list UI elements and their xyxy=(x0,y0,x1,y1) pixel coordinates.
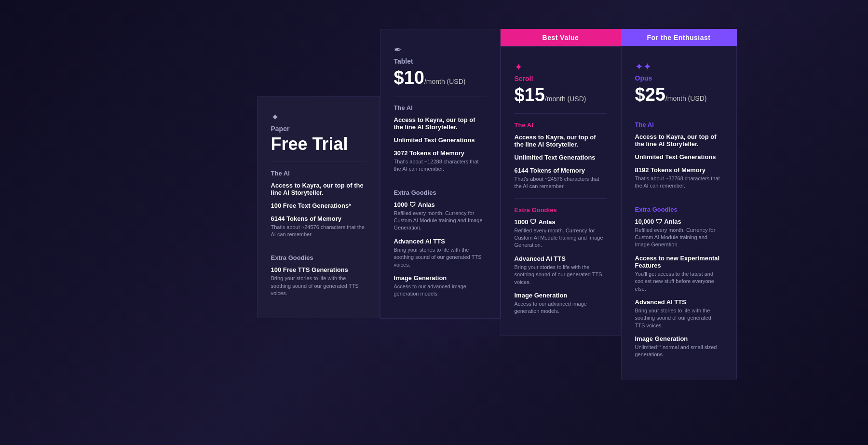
plan-scroll: ✦ Scroll $15/month (USD) The AI Access t… xyxy=(501,46,621,336)
scroll-feature-generations-title: Unlimited Text Generations xyxy=(515,154,607,161)
tablet-feature-tts-title: Advanced AI TTS xyxy=(394,238,487,245)
scroll-icon: ✦ xyxy=(515,61,607,73)
paper-plan-title: Free Trial xyxy=(271,135,366,154)
opus-feature-tts-desc: Bring your stories to life with the soot… xyxy=(635,307,723,329)
paper-icon: ✦ xyxy=(271,111,366,123)
scroll-feature-tts-desc: Bring your stories to life with the soot… xyxy=(515,264,607,286)
scroll-feature-anlas: 1000 🛡 Anlas Refilled every month. Curre… xyxy=(515,218,607,249)
tablet-feature-kayra: Access to Kayra, our top of the line AI … xyxy=(394,116,487,131)
best-value-banner: Best Value xyxy=(501,29,621,46)
scroll-feature-image-title: Image Generation xyxy=(515,292,607,299)
paper-feature-memory-title: 6144 Tokens of Memory xyxy=(271,215,366,222)
plan-opus: ✦✦ Opus $25/month (USD) The AI Access to… xyxy=(621,46,737,379)
paper-feature-kayra: Access to Kayra, our top of the line AI … xyxy=(271,182,366,196)
scroll-feature-kayra-title: Access to Kayra, our top of the line AI … xyxy=(515,134,607,148)
tablet-anlas-label: Anlas xyxy=(418,201,434,208)
paper-feature-tts-desc: Bring your stories to life with the soot… xyxy=(271,275,366,297)
scroll-per-month: /month (USD) xyxy=(545,95,586,103)
scroll-feature-generations: Unlimited Text Generations xyxy=(515,154,607,161)
opus-feature-image-title: Image Generation xyxy=(635,335,723,342)
opus-feature-kayra: Access to Kayra, our top of the line AI … xyxy=(635,133,723,148)
paper-goodies-label: Extra Goodies xyxy=(271,254,366,261)
tablet-feature-memory-desc: That's about ~12288 characters that the … xyxy=(394,158,487,173)
opus-per-month: /month (USD) xyxy=(665,94,707,102)
paper-feature-tts: 100 Free TTS Generations Bring your stor… xyxy=(271,266,366,297)
tablet-feature-memory: 3072 Tokens of Memory That's about ~1228… xyxy=(394,149,487,173)
opus-feature-memory: 8192 Tokens of Memory That's about ~3276… xyxy=(635,166,723,190)
opus-plan-name: Opus xyxy=(635,74,723,82)
paper-feature-generations: 100 Free Text Generations* xyxy=(271,202,366,209)
scroll-feature-tts-title: Advanced AI TTS xyxy=(515,255,607,262)
paper-ai-label: The AI xyxy=(271,170,366,177)
tablet-feature-image-desc: Access to our advanced image generation … xyxy=(394,283,487,298)
tablet-ai-label: The AI xyxy=(394,104,487,111)
opus-anlas-row: 10,000 🛡 Anlas xyxy=(635,218,723,225)
paper-divider-1 xyxy=(271,162,366,162)
scroll-anlas-label: Anlas xyxy=(538,218,555,226)
tablet-feature-generations-title: Unlimited Text Generations xyxy=(394,136,487,144)
opus-ai-label: The AI xyxy=(635,121,723,128)
scroll-feature-memory-desc: That's about ~24576 characters that the … xyxy=(515,175,607,190)
plan-paper: ✦ Paper Free Trial The AI Access to Kayr… xyxy=(257,96,380,318)
tablet-feature-memory-title: 3072 Tokens of Memory xyxy=(394,149,487,157)
opus-feature-memory-desc: That's about ~32768 characters that the … xyxy=(635,175,723,190)
opus-feature-generations-title: Unlimited Text Generations xyxy=(635,153,723,161)
tablet-feature-tts-desc: Bring your stories to life with the soot… xyxy=(394,246,487,269)
plans-wrapper: ✦ Paper Free Trial The AI Access to Kayr… xyxy=(132,0,737,379)
opus-wrapper: For the Enthusiast ✦✦ Opus $25/month (US… xyxy=(621,29,737,379)
scroll-divider-2 xyxy=(515,198,607,199)
opus-anlas-desc: Refilled every month. Currency for Custo… xyxy=(635,227,723,249)
scroll-anlas-icon: 🛡 xyxy=(530,218,536,226)
tablet-plan-price: $10/month (USD) xyxy=(394,68,487,88)
tablet-feature-anlas: 1000 🛡 Anlas Refilled every month. Curre… xyxy=(394,201,487,232)
scroll-anlas-row: 1000 🛡 Anlas xyxy=(515,218,607,226)
tablet-goodies-label: Extra Goodies xyxy=(394,189,487,196)
paper-divider-2 xyxy=(271,246,366,246)
scroll-feature-memory: 6144 Tokens of Memory That's about ~2457… xyxy=(515,167,607,190)
opus-feature-generations: Unlimited Text Generations xyxy=(635,153,723,161)
scroll-ai-label: The AI xyxy=(515,121,607,129)
tablet-plan-name: Tablet xyxy=(394,57,487,65)
opus-feature-tts-title: Advanced AI TTS xyxy=(635,298,723,306)
opus-feature-kayra-title: Access to Kayra, our top of the line AI … xyxy=(635,133,723,148)
scroll-feature-kayra: Access to Kayra, our top of the line AI … xyxy=(515,134,607,148)
tablet-feature-generations: Unlimited Text Generations xyxy=(394,136,487,144)
opus-price-amount: $25 xyxy=(635,84,665,105)
tablet-feature-tts: Advanced AI TTS Bring your stories to li… xyxy=(394,238,487,269)
paper-feature-tts-title: 100 Free TTS Generations xyxy=(271,266,366,273)
paper-feature-generations-title: 100 Free Text Generations* xyxy=(271,202,366,209)
opus-feature-experimental-desc: You'll get access to the latest and cool… xyxy=(635,270,723,293)
scroll-goodies-label: Extra Goodies xyxy=(515,206,607,214)
tablet-divider-1 xyxy=(394,96,487,96)
opus-plan-price: $25/month (USD) xyxy=(635,85,723,105)
opus-goodies-label: Extra Goodies xyxy=(635,206,723,213)
opus-feature-anlas: 10,000 🛡 Anlas Refilled every month. Cur… xyxy=(635,218,723,249)
scroll-feature-memory-title: 6144 Tokens of Memory xyxy=(515,167,607,174)
scroll-wrapper: Best Value ✦ Scroll $15/month (USD) The … xyxy=(501,29,621,336)
scroll-plan-name: Scroll xyxy=(515,75,607,82)
scroll-plan-price: $15/month (USD) xyxy=(515,85,607,106)
paper-feature-memory-desc: That's about ~24576 characters that the … xyxy=(271,224,366,239)
scroll-divider-1 xyxy=(515,113,607,114)
scroll-anlas-desc: Refilled every month. Currency for Custo… xyxy=(515,227,607,249)
tablet-feature-kayra-title: Access to Kayra, our top of the line AI … xyxy=(394,116,487,131)
opus-anlas-amount: 10,000 xyxy=(635,218,654,225)
opus-icon: ✦✦ xyxy=(635,61,723,72)
paper-feature-memory: 6144 Tokens of Memory That's about ~2457… xyxy=(271,215,366,239)
tablet-icon: ✒ xyxy=(394,44,487,55)
opus-divider-2 xyxy=(635,198,723,198)
tablet-price-amount: $10 xyxy=(394,67,424,88)
tablet-anlas-desc: Refilled every month. Currency for Custo… xyxy=(394,210,487,232)
scroll-price-amount: $15 xyxy=(515,85,545,105)
plan-tablet: ✒ Tablet $10/month (USD) The AI Access t… xyxy=(380,29,501,319)
tablet-anlas-icon: 🛡 xyxy=(409,201,416,208)
scroll-feature-image: Image Generation Access to our advanced … xyxy=(515,292,607,315)
tablet-anlas-amount: 1000 xyxy=(394,201,408,208)
opus-feature-memory-title: 8192 Tokens of Memory xyxy=(635,166,723,174)
tablet-per-month: /month (USD) xyxy=(424,78,466,85)
paper-plan-name: Paper xyxy=(271,125,366,133)
opus-feature-image-desc: Unlimited** normal and small sized gener… xyxy=(635,344,723,359)
opus-feature-experimental-title: Access to new Experimental Features xyxy=(635,255,723,269)
paper-feature-kayra-title: Access to Kayra, our top of the line AI … xyxy=(271,182,366,196)
tablet-feature-image: Image Generation Access to our advanced … xyxy=(394,274,487,298)
